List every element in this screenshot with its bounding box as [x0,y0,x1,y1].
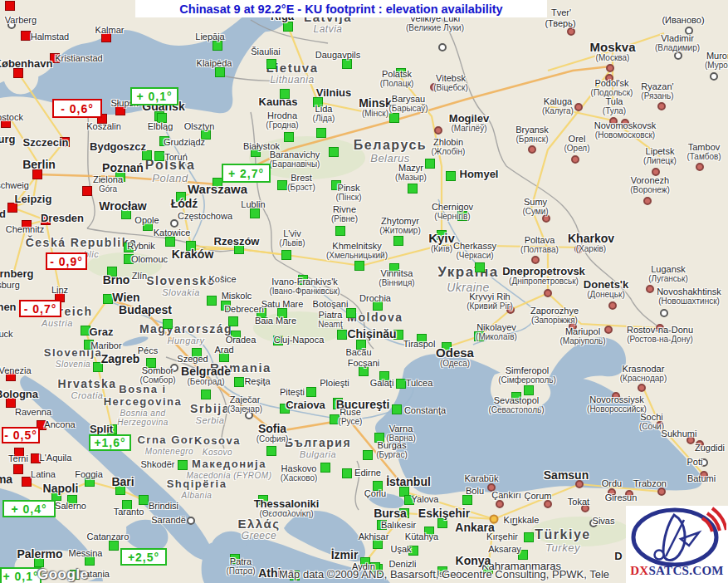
city-alt-name: (Івано-Франківськ) [269,287,340,296]
city-name: Çorlu [364,489,386,499]
city-name: Botoşani [313,300,349,310]
city-label: ürnberg [0,268,34,280]
city-alt-name: (Сомбор) [139,376,175,385]
page-title: Chinasat 9 at 92.2°E - KU footprint : el… [179,2,502,16]
country-name: Bosna i Hercegovina [104,384,183,409]
city-name: Poltava [520,236,559,246]
city-name: Baranavichy [270,150,320,160]
city-label: Aksaray [488,545,521,555]
city-alt-name: (Београд) [181,378,231,387]
green-marker [284,132,294,142]
city-label: Çankırı [491,491,520,501]
country-name: Türkiye [535,527,590,542]
map-canvas[interactable]: Chinasat 9 at 92.2°E - KU footprint : el… [0,0,728,583]
city-label: Tulcea [406,379,433,389]
city-name: Chemnitz [6,225,44,235]
city-name: Koszalin [86,122,121,132]
city-alt-name: (Харків) [568,245,614,254]
city-label: Dnepropetrovsk(Дніпропетровськ) [502,266,585,286]
city-name: Samsun [544,469,589,482]
city-alt-name: (Хмельницький) [326,252,388,261]
city-name: Pinsk [336,184,362,194]
city-label: Split [90,424,113,435]
red-dot-marker [574,103,583,111]
city-name: Foggia [75,470,103,480]
city-label: Podol'sk(Подольск) [591,79,633,97]
city-label: Graz [90,326,114,338]
city-label: Krasnodar(Краснодар) [620,365,667,383]
city-name: Donets'k [584,279,628,291]
city-label: Bari [111,476,134,488]
city-name: Chernigov [432,203,473,213]
city-name: uck [0,330,13,340]
city-alt-name: (София) [257,435,289,444]
country-name: България [285,436,351,449]
city-label: Orel(Орел) [564,135,589,153]
city-label: Toruń [164,153,188,163]
open-dot-marker [438,43,447,51]
city-alt-name: (Новошахтинск) [657,297,721,306]
city-label: Brno [103,274,130,287]
city-label: Bologna [0,389,38,400]
city-name: Graz [90,326,114,338]
country-label: TürkiyeTurkey [535,527,590,555]
country-label: Crna GoraMontenegro [137,434,201,456]
city-label: Chemnitz [6,225,44,235]
city-label: Brindisi [149,502,178,512]
city-name: Odesa [436,346,474,360]
city-label: Zugdidi [695,443,725,453]
country-label: ΕλλάςGreece [237,517,280,542]
green-marker [446,171,456,181]
city-name: Piatra [318,311,342,321]
city-name: Rivne [331,205,358,215]
city-name: Vitebsk [433,74,468,84]
city-alt-name: (Кривий Ріг) [467,302,512,311]
dxsatcs-logo[interactable]: DXSATCS.COM [626,506,728,583]
city-name: urg [0,134,15,145]
city-name: Aksaray [488,545,521,555]
city-label: Palermo [17,548,62,561]
red-dot-marker [496,500,504,508]
green-marker [228,316,238,326]
city-label: Ancona [44,420,75,430]
elevation-badge: - 0,6° [52,99,102,118]
green-marker [207,296,217,306]
city-label: Lugansk(Луганськ) [648,265,687,283]
green-marker [103,294,113,304]
elevation-badge: + 0,4° [2,500,56,517]
open-dot-marker [660,309,668,317]
red-dot-marker [657,102,666,110]
city-label: Venezia [0,366,32,376]
country-name: Македонија [187,458,272,471]
city-label: L'Aquila [40,453,72,463]
city-label: Konya [456,555,491,567]
city-alt-name: (Луганськ) [648,275,687,284]
city-label: Ploieşti [320,379,349,389]
city-name: Brindisi [149,502,178,512]
city-label: Ryazan'(Рязань) [641,82,673,100]
city-name: Wien [112,292,139,304]
country-name: Slovensko [146,274,216,287]
country-label: БеларусьBelarus [354,138,427,165]
city-name: Novorossiysk [587,395,647,405]
city-name: Rybnik [127,242,155,252]
red-dot-marker [531,256,540,264]
city-name: Bari [111,476,134,488]
city-label: Zhytomyr(Житомир) [379,217,421,235]
city-name: Lugansk [648,265,687,275]
city-name: Sukhumi [662,429,697,439]
city-name: Simferopol [498,366,556,376]
city-label: Cluj-Napoca [274,336,325,345]
city-name: Split [90,424,113,435]
city-label: Lida(Ліда) [313,105,335,123]
city-label: Zaporozhye(Запоріжжя) [530,306,579,325]
city-label: D [614,551,622,562]
city-name: Kalmar [95,26,125,36]
city-alt-name: (Барысаў) [388,105,428,114]
city-name: Rostov-na-Donu [627,326,693,336]
city-name: Ruse [339,408,363,418]
city-label: Vinnitsa(Вінниця) [379,269,414,287]
green-marker [335,226,345,236]
country-alt-name: Latvia [304,25,352,37]
city-name: Drochia [359,294,391,304]
